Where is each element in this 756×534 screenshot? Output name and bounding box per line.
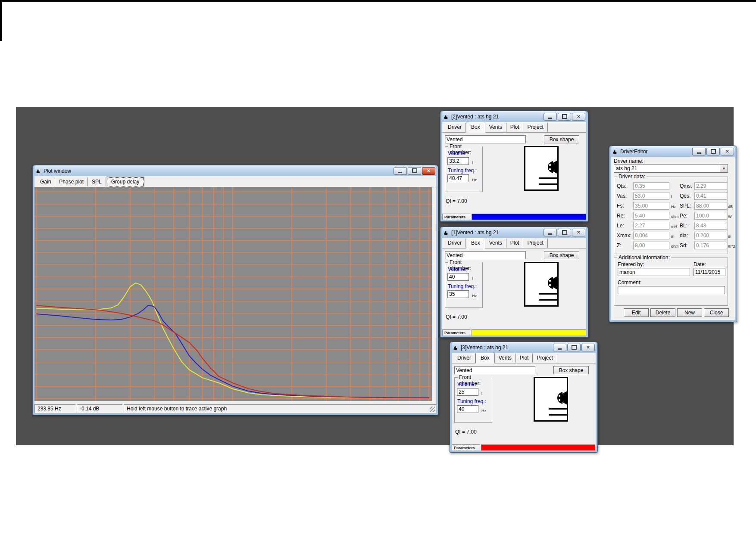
parameters-bar: Parameters xyxy=(442,214,586,220)
dia-value[interactable] xyxy=(694,232,727,239)
volume-input[interactable] xyxy=(447,273,469,281)
tab-vents[interactable]: Vents xyxy=(485,239,506,248)
box-type-field[interactable] xyxy=(445,135,526,143)
spl-value[interactable] xyxy=(694,202,727,210)
tab-box[interactable]: Box xyxy=(466,238,485,248)
box-shape-button[interactable]: Box shape xyxy=(544,251,579,259)
group-delay-plot-area[interactable] xyxy=(34,187,432,401)
edit-button[interactable]: Edit xyxy=(624,308,649,317)
xmax-value[interactable] xyxy=(633,232,669,239)
tuning-freq-label: Tuning freq.: xyxy=(448,168,477,174)
minimize-button[interactable] xyxy=(394,167,407,175)
vented-3-titlebar[interactable]: [3]Vented : ats hg 21 ✕ xyxy=(452,342,596,353)
minimize-button[interactable] xyxy=(553,344,566,351)
tab-vents[interactable]: Vents xyxy=(495,354,516,363)
tuning-freq-input[interactable] xyxy=(447,290,469,298)
comment-label: Comment: xyxy=(618,279,641,286)
close-button[interactable]: ✕ xyxy=(572,113,585,121)
tab-vents[interactable]: Vents xyxy=(485,123,506,132)
plot-statusbar: 233.85 Hz -0.14 dB Hold left mouse butto… xyxy=(34,404,436,413)
tab-project[interactable]: Project xyxy=(523,239,547,248)
bl-value[interactable] xyxy=(694,222,727,230)
qms-value[interactable] xyxy=(694,182,727,190)
pe-value[interactable] xyxy=(694,212,727,220)
status-hint: Hold left mouse button to trace active g… xyxy=(124,404,436,413)
re-value[interactable] xyxy=(633,212,669,220)
tab-plot[interactable]: Plot xyxy=(506,123,524,132)
volume-unit: l xyxy=(472,161,473,165)
tab-box[interactable]: Box xyxy=(475,353,495,363)
tuning-freq-label: Tuning freq.: xyxy=(457,398,486,404)
volume-input[interactable] xyxy=(447,157,469,165)
vented-1-titlebar[interactable]: [1]Vented : ats hg 21 ✕ xyxy=(442,227,586,238)
tab-gain[interactable]: Gain xyxy=(36,177,55,186)
maximize-button[interactable] xyxy=(706,148,720,155)
qts-label: Qts: xyxy=(617,183,626,189)
maximize-button[interactable] xyxy=(567,344,581,351)
minimize-button[interactable] xyxy=(544,113,557,121)
new-button[interactable]: New xyxy=(677,308,702,317)
parameters-bar: Parameters xyxy=(442,329,586,335)
maximize-button[interactable] xyxy=(558,229,571,236)
le-unit: mH xyxy=(671,224,677,229)
tab-phase-plot[interactable]: Phase plot xyxy=(55,177,88,186)
close-button[interactable]: Close xyxy=(704,308,729,317)
volume-unit: l xyxy=(472,276,473,281)
box-shape-diagram xyxy=(524,262,559,307)
comment-input[interactable] xyxy=(618,286,725,294)
vas-value[interactable] xyxy=(633,192,669,200)
parameters-label[interactable]: Parameters xyxy=(452,444,480,450)
minimize-button[interactable] xyxy=(692,148,706,155)
tab-plot[interactable]: Plot xyxy=(516,354,533,363)
tab-project[interactable]: Project xyxy=(533,354,557,363)
fs-value[interactable] xyxy=(633,202,669,210)
vent-line xyxy=(549,414,567,416)
le-value[interactable] xyxy=(633,222,669,230)
close-icon: ✕ xyxy=(586,345,590,350)
box-type-field[interactable] xyxy=(445,251,526,259)
tuning-freq-input[interactable] xyxy=(457,405,478,413)
qts-value[interactable] xyxy=(633,182,669,190)
sd-value[interactable] xyxy=(694,242,727,249)
parameters-label[interactable]: Parameters xyxy=(442,329,471,335)
box-shape-button[interactable]: Box shape xyxy=(553,366,589,374)
tab-project[interactable]: Project xyxy=(523,123,547,132)
winisd-app-icon xyxy=(612,149,618,155)
maximize-button[interactable] xyxy=(558,113,571,121)
tuning-freq-input[interactable] xyxy=(447,174,469,182)
tab-plot[interactable]: Plot xyxy=(506,239,524,248)
minimize-button[interactable] xyxy=(544,229,557,236)
box-type-field[interactable] xyxy=(454,366,535,374)
date-input[interactable] xyxy=(694,268,725,276)
close-button[interactable]: ✕ xyxy=(581,344,595,351)
close-button[interactable]: ✕ xyxy=(721,148,734,155)
entered-by-input[interactable] xyxy=(618,268,690,276)
vented-2-titlebar[interactable]: [2]Vented : ats hg 21 ✕ xyxy=(442,111,586,122)
close-button[interactable]: ✕ xyxy=(422,167,435,175)
vented-window-2: [2]Vented : ats hg 21 ✕ Driver Box Vents… xyxy=(440,111,588,222)
driver-name-combobox[interactable]: ats hg 21 ▼ xyxy=(614,164,728,173)
plot-window-titlebar[interactable]: Plot window ✕ xyxy=(34,165,436,176)
qes-value[interactable] xyxy=(694,192,727,200)
tab-driver[interactable]: Driver xyxy=(453,354,475,363)
vented-3-tabstrip: Driver Box Vents Plot Project xyxy=(452,353,596,363)
speaker-icon xyxy=(556,388,567,407)
additional-information-group: Additional information: Entered by: Date… xyxy=(614,258,728,306)
close-icon: ✕ xyxy=(577,230,580,235)
page-left-border xyxy=(0,0,2,41)
tab-group-delay[interactable]: Group delay xyxy=(106,177,144,187)
maximize-button[interactable] xyxy=(408,167,421,175)
tab-box[interactable]: Box xyxy=(466,122,485,133)
parameters-label[interactable]: Parameters xyxy=(442,214,471,220)
volume-input[interactable] xyxy=(457,388,478,396)
resize-grip[interactable] xyxy=(430,407,435,412)
tab-driver[interactable]: Driver xyxy=(444,239,466,248)
box-shape-button[interactable]: Box shape xyxy=(544,135,579,143)
delete-button[interactable]: Delete xyxy=(650,308,675,317)
driver-editor-titlebar[interactable]: DriverEditor ✕ xyxy=(611,146,735,157)
tab-driver[interactable]: Driver xyxy=(444,123,466,132)
chevron-down-icon[interactable]: ▼ xyxy=(720,165,728,172)
z-value[interactable] xyxy=(633,242,669,249)
close-button[interactable]: ✕ xyxy=(572,229,585,236)
tab-spl[interactable]: SPL xyxy=(88,177,106,186)
